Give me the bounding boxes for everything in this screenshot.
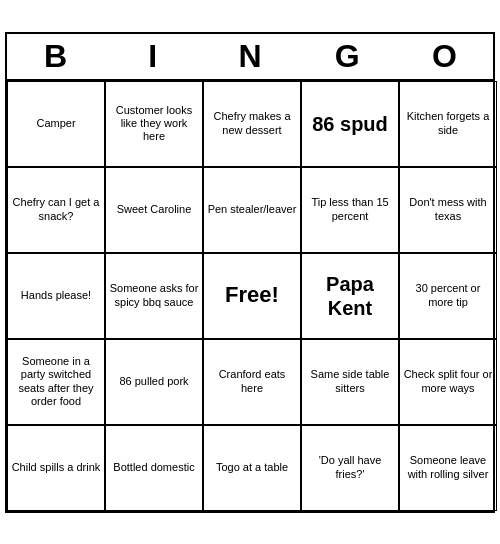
- bingo-cell: Chefry makes a new dessert: [203, 81, 301, 167]
- bingo-cell: Same side table sitters: [301, 339, 399, 425]
- bingo-cell: Child spills a drink: [7, 425, 105, 511]
- bingo-cell: Bottled domestic: [105, 425, 203, 511]
- bingo-cell: 'Do yall have fries?': [301, 425, 399, 511]
- bingo-cell: Check split four or more ways: [399, 339, 497, 425]
- bingo-cell: Hands please!: [7, 253, 105, 339]
- bingo-cell: Tip less than 15 percent: [301, 167, 399, 253]
- bingo-cell: Kitchen forgets a side: [399, 81, 497, 167]
- bingo-letter: N: [205, 38, 295, 75]
- bingo-cell: Cranford eats here: [203, 339, 301, 425]
- bingo-cell: Someone in a party switched seats after …: [7, 339, 105, 425]
- bingo-letter: B: [11, 38, 101, 75]
- bingo-cell: 86 spud: [301, 81, 399, 167]
- bingo-cell: Chefry can I get a snack?: [7, 167, 105, 253]
- bingo-cell: Free!: [203, 253, 301, 339]
- bingo-letter: O: [399, 38, 489, 75]
- bingo-cell: Customer looks like they work here: [105, 81, 203, 167]
- bingo-cell: Togo at a table: [203, 425, 301, 511]
- bingo-cell: Camper: [7, 81, 105, 167]
- bingo-cell: Sweet Caroline: [105, 167, 203, 253]
- bingo-cell: Someone leave with rolling silver: [399, 425, 497, 511]
- bingo-card: BINGO CamperCustomer looks like they wor…: [5, 32, 495, 513]
- bingo-cell: Pen stealer/leaver: [203, 167, 301, 253]
- bingo-letter: I: [108, 38, 198, 75]
- bingo-header: BINGO: [7, 34, 493, 81]
- bingo-cell: Don't mess with texas: [399, 167, 497, 253]
- bingo-grid: CamperCustomer looks like they work here…: [7, 81, 493, 511]
- bingo-cell: Papa Kent: [301, 253, 399, 339]
- bingo-cell: 86 pulled pork: [105, 339, 203, 425]
- bingo-letter: G: [302, 38, 392, 75]
- bingo-cell: 30 percent or more tip: [399, 253, 497, 339]
- bingo-cell: Someone asks for spicy bbq sauce: [105, 253, 203, 339]
